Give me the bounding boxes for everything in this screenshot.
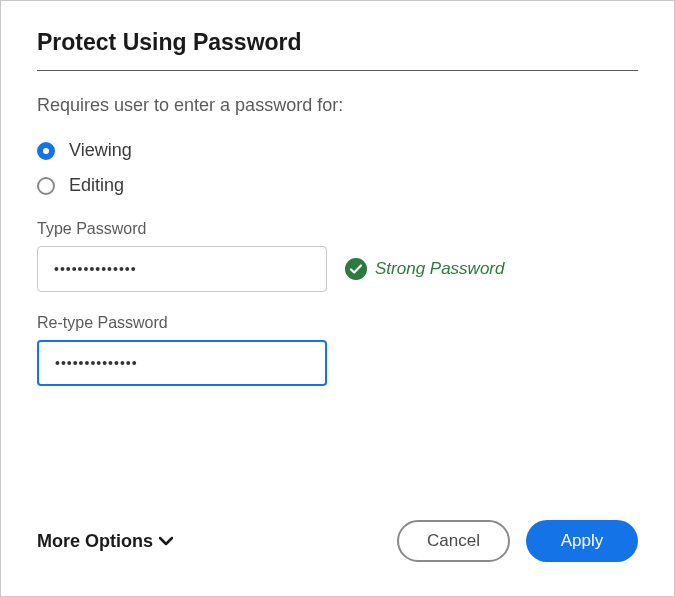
more-options-toggle[interactable]: More Options — [37, 531, 173, 552]
type-password-row: Strong Password — [37, 246, 638, 292]
cancel-button[interactable]: Cancel — [397, 520, 510, 562]
apply-button[interactable]: Apply — [526, 520, 638, 562]
dialog-button-group: Cancel Apply — [397, 520, 638, 562]
radio-option-editing[interactable]: Editing — [37, 175, 638, 196]
check-circle-icon — [345, 258, 367, 280]
more-options-label: More Options — [37, 531, 153, 552]
dialog-footer: More Options Cancel Apply — [37, 520, 638, 562]
type-password-input[interactable] — [37, 246, 327, 292]
password-strength-indicator: Strong Password — [345, 258, 504, 280]
chevron-down-icon — [159, 536, 173, 546]
title-divider — [37, 70, 638, 71]
svg-point-0 — [345, 258, 367, 280]
type-password-label: Type Password — [37, 220, 638, 238]
radio-option-viewing[interactable]: Viewing — [37, 140, 638, 161]
radio-circle-viewing — [37, 142, 55, 160]
radio-label-editing: Editing — [69, 175, 124, 196]
dialog-title: Protect Using Password — [37, 29, 638, 56]
radio-circle-editing — [37, 177, 55, 195]
password-strength-text: Strong Password — [375, 259, 504, 279]
retype-password-input[interactable] — [37, 340, 327, 386]
instruction-text: Requires user to enter a password for: — [37, 95, 638, 116]
retype-password-section: Re-type Password — [37, 314, 638, 386]
permission-radio-group: Viewing Editing — [37, 140, 638, 196]
retype-password-label: Re-type Password — [37, 314, 638, 332]
protect-password-dialog: Protect Using Password Requires user to … — [0, 0, 675, 597]
radio-label-viewing: Viewing — [69, 140, 132, 161]
